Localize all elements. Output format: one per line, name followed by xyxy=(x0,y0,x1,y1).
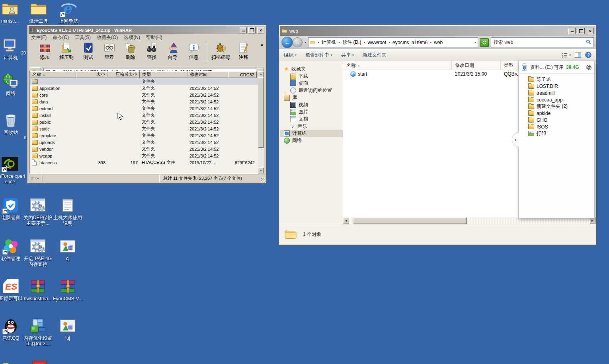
breadcrumb-wwwroot[interactable]: wwwroot xyxy=(367,40,386,45)
delete-button[interactable]: 删除 xyxy=(120,41,141,66)
column-header-name[interactable]: 名称▲ xyxy=(30,71,76,78)
desktop-icon-luj-image[interactable]: luj xyxy=(52,317,83,341)
desktop-icon-enable-pae[interactable]: 开启 PAE 4G 内存支持 xyxy=(22,237,53,267)
file-row[interactable]: template 文件夹 2021/3/2 14:52 xyxy=(30,132,264,139)
usb-folder-item[interactable]: 打印 xyxy=(519,130,594,137)
column-header-type[interactable]: 类型 xyxy=(140,71,187,78)
file-row[interactable]: weapp 文件夹 2021/3/2 14:52 xyxy=(30,152,264,159)
scrollbar-thumb[interactable] xyxy=(258,77,264,148)
file-row[interactable]: core 文件夹 2021/3/2 14:52 xyxy=(30,91,264,98)
info-button[interactable]: 信息 xyxy=(183,41,204,66)
breadcrumb-computer[interactable]: 计算机 xyxy=(322,39,336,46)
breadcrumb-web[interactable]: web xyxy=(434,40,443,45)
include-in-library-button[interactable]: 包含到库中▾ xyxy=(305,52,332,58)
sidebar-item[interactable]: 计算机 xyxy=(280,130,343,137)
maximize-button[interactable] xyxy=(578,28,585,34)
scroll-left-icon[interactable]: ◀ xyxy=(343,217,349,224)
file-row[interactable]: .htaccess 398 197 HTACCESS 文件 2019/10/22… xyxy=(30,159,264,166)
change-view-button[interactable]: ▾ xyxy=(562,53,571,58)
desktop-icon-partial-folder[interactable] xyxy=(0,359,26,364)
usb-folder-item[interactable]: coocaa_app xyxy=(519,96,594,103)
desktop-icon-network[interactable]: 网络 xyxy=(0,72,26,96)
menu-favorites[interactable]: 收藏夹(O) xyxy=(97,34,118,41)
menu-help[interactable]: 帮助(H) xyxy=(146,34,162,41)
column-header-packed[interactable]: 压缩后大小 xyxy=(107,71,140,78)
menu-options[interactable]: 选项(N) xyxy=(124,34,140,41)
desktop-icon-recycle-bin[interactable]: 回收站 xyxy=(0,111,26,135)
resize-grip[interactable] xyxy=(261,178,265,183)
column-header-date-modified[interactable]: 修改日期 xyxy=(452,61,501,70)
explorer-titlebar[interactable]: web × xyxy=(280,26,595,36)
file-row[interactable]: data 文件夹 2021/3/2 14:52 xyxy=(30,98,264,105)
search-box[interactable]: 搜索 web xyxy=(491,37,594,47)
usb-folder-item[interactable]: GHO xyxy=(519,117,594,123)
desktop-icon-partial-red[interactable] xyxy=(24,360,55,364)
sidebar-item[interactable]: 音乐 xyxy=(280,123,343,130)
usb-folder-item[interactable]: 新建文件夹 (2) xyxy=(519,103,594,110)
file-row[interactable]: public 文件夹 2021/3/2 14:52 xyxy=(30,119,264,125)
address-breadcrumb-bar[interactable]: ▾ 计算机 ▾ 软件 (D:) ▾ wwwroot ▾ eyocms_a1t9m… xyxy=(308,37,478,47)
usb-folder-item[interactable]: 陈子龙 xyxy=(519,76,594,83)
column-header-modified[interactable]: 修改时间 xyxy=(187,71,228,78)
file-row[interactable]: application 文件夹 2021/3/2 14:52 xyxy=(30,85,264,91)
column-header-size[interactable]: 大小 xyxy=(76,71,107,78)
new-folder-button[interactable]: 新建文件夹 xyxy=(363,52,386,58)
extract-to-button[interactable]: 解压到 xyxy=(55,41,78,66)
desktop-icon-memory-optimizer[interactable]: 内存优化设置工具for 2... xyxy=(22,317,53,346)
desktop-icon-cj-image[interactable]: cj xyxy=(52,237,83,261)
help-icon[interactable]: ? xyxy=(585,52,591,58)
sidebar-item[interactable]: 库 xyxy=(280,94,343,101)
menu-commands[interactable]: 命令(C) xyxy=(53,34,69,41)
scan-virus-button[interactable]: 扫描病毒 xyxy=(209,41,233,66)
usb-folder-item[interactable]: treadmill xyxy=(519,90,594,96)
vertical-scrollbar[interactable]: ▲ ▼ xyxy=(258,71,264,173)
view-button[interactable]: 查看 xyxy=(99,41,120,66)
maximize-button[interactable] xyxy=(248,27,256,33)
usb-folder-item[interactable]: LOST.DIR xyxy=(519,83,594,90)
comment-button[interactable]: 注释 xyxy=(233,41,254,66)
recent-pages-dropdown-icon[interactable]: ▾ xyxy=(304,41,306,44)
wizard-button[interactable]: 向导 xyxy=(162,41,183,66)
breadcrumb-drive-d[interactable]: 软件 (D:) xyxy=(342,39,361,46)
menu-tools[interactable]: 工具(S) xyxy=(75,34,91,41)
back-button[interactable]: ← xyxy=(281,37,293,48)
forward-button[interactable]: → xyxy=(293,37,303,47)
sidebar-item[interactable]: 桌面 xyxy=(280,80,343,87)
column-header-crc32[interactable]: CRC32 xyxy=(228,71,257,78)
file-row[interactable]: vendor 文件夹 2021/3/2 14:52 xyxy=(30,146,264,152)
file-row[interactable]: static 文件夹 2021/3/2 14:52 xyxy=(30,125,264,132)
file-row[interactable]: .. 文件夹 xyxy=(30,78,264,85)
sidebar-item[interactable]: 文档 xyxy=(280,115,343,123)
desktop-icon-activation-tools[interactable]: 激活工具 xyxy=(23,0,54,24)
winrar-titlebar[interactable]: EyouCMS-V1.5.1-UTF8-SP3_142.zip - WinRAR… xyxy=(29,26,265,34)
file-row[interactable]: extend 文件夹 2021/3/2 14:52 xyxy=(30,105,264,112)
organize-button[interactable]: 组织▾ xyxy=(284,52,297,58)
desktop-icon-web-navigation[interactable]: e 上网导航 xyxy=(53,0,84,24)
share-button[interactable]: 共享▾ xyxy=(341,52,354,58)
usb-folder-item[interactable]: apkide xyxy=(519,110,594,117)
find-button[interactable]: 查找 xyxy=(141,41,162,66)
sidebar-item[interactable]: 图片 xyxy=(280,108,343,115)
test-button[interactable]: 测试 xyxy=(78,41,99,66)
close-button[interactable]: × xyxy=(587,28,594,34)
minimize-button[interactable] xyxy=(568,28,576,34)
breadcrumb-eyocms[interactable]: eyocms_a1t9m6 xyxy=(392,40,427,45)
sidebar-item[interactable]: 收藏夹 xyxy=(280,65,343,72)
sidebar-item[interactable]: 下载 xyxy=(280,72,343,80)
desktop-icon-eyoucms-rar[interactable]: EyouCMS-V... xyxy=(52,278,83,302)
desktop-icon-administrator[interactable]: ministr... xyxy=(0,0,25,24)
sidebar-item[interactable]: 最近访问的位置 xyxy=(280,87,343,94)
desktop-icon-host-master-readme[interactable]: 主机大师使用说明 xyxy=(52,197,83,226)
minimize-button[interactable] xyxy=(240,27,247,33)
sidebar-item[interactable]: 视频 xyxy=(280,101,343,108)
usb-folder-item[interactable]: ISOS xyxy=(519,123,594,130)
desktop-icon-geforce-experience[interactable]: GeForce xperience xyxy=(0,155,25,185)
close-button[interactable]: × xyxy=(257,27,264,33)
search-icon[interactable] xyxy=(586,39,591,46)
gear-icon[interactable] xyxy=(586,64,592,70)
address-dropdown-icon[interactable]: ▾ xyxy=(474,41,476,44)
scroll-up-icon[interactable]: ▲ xyxy=(258,71,264,77)
add-button[interactable]: 添加 xyxy=(34,41,55,66)
file-row[interactable]: uploads 文件夹 2021/3/2 14:52 xyxy=(30,139,264,146)
desktop-icon-disable-dep[interactable]: 关闭DEP保护主要用于... xyxy=(22,197,53,226)
